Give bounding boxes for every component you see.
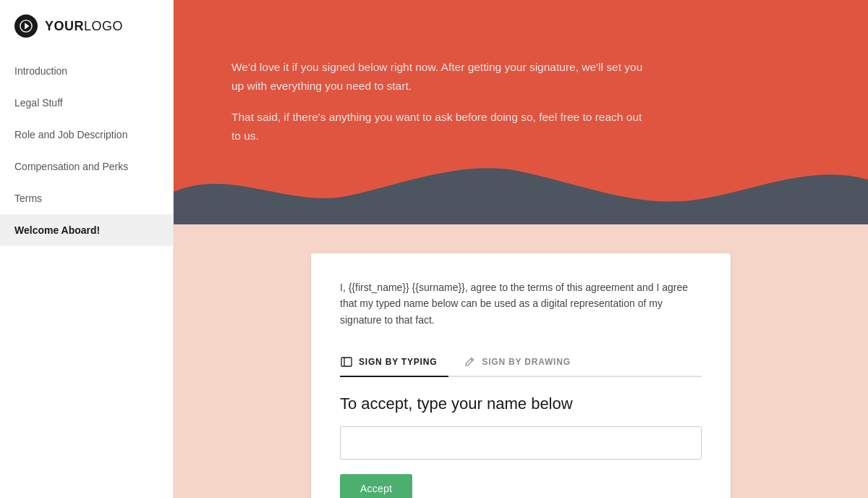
svg-line-4 [471,359,473,361]
hero-content: We'd love it if you signed below right n… [174,0,868,189]
pen-icon [463,355,476,368]
tab-sign-drawing[interactable]: SIGN BY DRAWING [463,348,582,377]
svg-marker-1 [25,23,29,30]
sidebar-item-introduction[interactable]: Introduction [0,55,173,87]
sidebar-item-terms[interactable]: Terms [0,182,173,214]
sidebar-item-welcome[interactable]: Welcome Aboard! [0,214,173,246]
tab-drawing-label: SIGN BY DRAWING [482,357,570,367]
book-icon [340,355,353,368]
tab-sign-typing[interactable]: SIGN BY TYPING [340,348,448,377]
signature-section: I, {{first_name}} {{surname}}, agree to … [174,224,868,498]
sidebar: YOURLOGO Introduction Legal Stuff Role a… [0,0,174,498]
accept-instruction: To accept, type your name below [340,394,702,413]
main-content: We'd love it if you signed below right n… [174,0,868,498]
tab-typing-label: SIGN BY TYPING [359,357,437,367]
agreement-text: I, {{first_name}} {{surname}}, agree to … [340,279,702,328]
logo-text: YOURLOGO [45,19,123,34]
hero-paragraph-1: We'd love it if you signed below right n… [231,58,651,96]
sidebar-item-legal-stuff[interactable]: Legal Stuff [0,87,173,119]
nav-list: Introduction Legal Stuff Role and Job De… [0,55,173,246]
sidebar-item-role-job[interactable]: Role and Job Description [0,119,173,151]
accept-button[interactable]: Accept [340,474,412,498]
svg-rect-2 [341,358,352,366]
logo-area: YOURLOGO [0,0,173,55]
name-input[interactable] [340,426,702,460]
sign-tabs: SIGN BY TYPING SIGN BY DRAWING [340,348,702,377]
signature-card: I, {{first_name}} {{surname}}, agree to … [311,253,731,498]
hero-paragraph-2: That said, if there's anything you want … [231,108,651,146]
sidebar-item-compensation[interactable]: Compensation and Perks [0,151,173,182]
logo-icon [14,14,38,38]
hero-section: We'd love it if you signed below right n… [174,0,868,224]
